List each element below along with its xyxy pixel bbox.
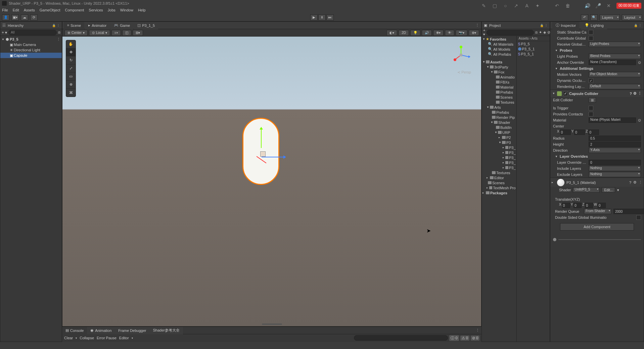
move-tool-icon[interactable]: ✥ [66,48,76,56]
layer-overrides-header[interactable]: Layer Overrides [560,154,588,158]
info-count-icon[interactable]: ⓘ 0 [449,335,459,341]
material-menu-icon[interactable]: ⋮ [639,180,642,185]
render-queue-dropdown[interactable]: From Shader [584,209,611,214]
trash-icon[interactable]: 🗑 [565,3,571,9]
folder-tmpro[interactable]: ▸TextMesh Pro [482,185,516,190]
text-icon[interactable]: A [524,3,530,9]
folder-prefabs[interactable]: Prefabs [482,90,516,95]
tab-framedebugger[interactable]: Frame Debugger [115,327,149,334]
direction-dropdown[interactable]: Y-Axis [589,148,641,153]
folder-fbxs[interactable]: FBXs [482,80,516,85]
warn-count-icon[interactable]: ⚠ 0 [460,336,469,341]
material-help-icon[interactable]: ? [629,181,631,185]
translate-x-field[interactable] [562,203,570,208]
camera-toggle-icon[interactable]: 📷▾ [456,30,467,36]
collider-enabled-checkbox[interactable]: ✓ [563,91,568,96]
tab-shaderref[interactable]: Shader参考大全 [149,327,183,334]
material-picker-icon[interactable]: ⊙ [638,118,641,122]
folder-arts-prefabs[interactable]: Prefabs [482,110,516,115]
rect-tool-icon[interactable]: ▭ [66,72,76,81]
project-add-icon[interactable]: + ▾ [483,28,485,37]
gizmo-y-axis[interactable] [261,128,262,148]
console-search[interactable] [354,335,448,341]
speaker-icon[interactable]: 🔊 [584,3,590,9]
folder-arts[interactable]: ▼Arts [482,105,516,110]
project-filter3-icon[interactable]: ◈ [543,30,546,35]
arrow-icon[interactable]: ↗ [513,3,519,9]
edit-collider-button[interactable]: ⊞ [589,97,596,103]
material-foldout[interactable]: ▸ [552,181,555,184]
pause-button[interactable]: ⏸ [318,14,326,20]
asset-p35-shader[interactable]: S P3_5 [517,41,550,46]
menu-component[interactable]: Component [65,8,84,12]
render-layer-dropdown[interactable]: Default [589,84,641,89]
preview-slider-track[interactable] [558,239,641,240]
audio-toggle-icon[interactable]: 🔊 [422,30,432,36]
hierarchy-search[interactable] [8,30,57,35]
fav-all-models[interactable]: 🔍All Models [482,47,516,52]
provides-contacts-checkbox[interactable] [589,112,593,116]
cube-dropdown-icon[interactable]: ▣▾ [11,14,19,20]
anchor-override-field[interactable]: None (Transform) [589,60,636,65]
circle-icon[interactable]: ○ [502,3,508,9]
menu-edit[interactable]: Edit [13,8,19,12]
center-y-field[interactable] [574,130,585,135]
step-button[interactable]: ⏭ [326,14,334,20]
contrib-global-checkbox[interactable] [589,36,593,41]
menu-gameobject[interactable]: GameObject [40,8,60,12]
hierarchy-item-light[interactable]: ☀ Directional Light [0,47,62,53]
layers-dropdown[interactable]: Layers [600,14,620,20]
menu-help[interactable]: Help [138,8,146,12]
tab-animation[interactable]: ◉Animation [87,327,115,334]
folder-shader[interactable]: ▼Shader [482,120,516,125]
tab-console[interactable]: ▤Console [62,327,87,334]
cloud-icon[interactable]: ☁ [21,14,28,20]
gizmo-x-axis[interactable] [262,157,285,157]
undo-toolbar-icon[interactable]: ↶ [581,14,588,20]
hierarchy-item-capsule[interactable]: ▣ Capsule [0,53,62,58]
folder-editor[interactable]: ▸Editor [482,175,516,180]
tab-animator[interactable]: ▸Animator [85,22,110,29]
material-preset-icon[interactable]: ⚙ [633,180,637,185]
translate-z-field[interactable] [585,203,593,208]
project-breadcrumb[interactable]: Assets › Arts [517,36,550,41]
collider-help-icon[interactable]: ? [630,92,632,96]
probes-header[interactable]: Probes [560,48,572,52]
menu-services[interactable]: Services [89,8,103,12]
gizmos-toggle-icon[interactable]: ⊕▾ [469,30,479,36]
exclude-layers-dropdown[interactable]: Nothing [589,172,641,177]
translate-w-field[interactable] [598,203,606,208]
folder-p2[interactable]: ▸P2 [482,135,516,140]
light-probes-dropdown[interactable]: Blend Probes [589,54,641,59]
transform-tool-icon[interactable]: ⊕ [66,81,76,89]
folder-p3[interactable]: ▼P3 [482,140,516,145]
menu-jobs[interactable]: Jobs [108,8,116,12]
fx-toggle-icon[interactable]: ❋▾ [433,30,444,36]
collider-menu-icon[interactable]: ⋮ [638,91,642,96]
error-count-icon[interactable]: ⊘ 0 [471,336,479,341]
scene-root[interactable]: ▼⬢ P3_5 ⋮ [0,37,62,42]
layout-dropdown[interactable]: Layout [622,14,642,20]
assets-folder[interactable]: ▼Assets [482,59,516,64]
scale-tool-icon[interactable]: ⤢ [66,64,76,72]
include-layers-dropdown[interactable]: Nothing [589,166,641,171]
perspective-label[interactable]: ≺ Persp [457,70,471,74]
grid-snap-icon[interactable]: ⌗▾ [111,30,121,36]
2d-toggle[interactable]: 2D [399,30,409,36]
inspector-lock-icon[interactable]: 🔒 ⋮ [634,24,642,27]
menu-window[interactable]: Window [120,8,133,12]
rotate-tool-icon[interactable]: ↻ [66,56,76,64]
project-lock-icon[interactable]: 🔒 ⋮ [540,24,548,27]
tab-inspector[interactable]: ⓘInspector [552,22,579,29]
capsule-gameobject[interactable] [242,118,279,185]
folder-textures[interactable]: Textures [482,100,516,105]
pivot-mode-dropdown[interactable]: ⊕Center▾ [64,30,88,36]
fav-all-prefabs[interactable]: 🔍All Prefabs [482,52,516,57]
static-shadow-checkbox[interactable] [589,30,593,35]
add-component-button[interactable]: Add Component [560,223,634,231]
radius-field[interactable] [589,136,641,141]
menu-assets[interactable]: Assets [24,8,35,12]
translate-y-field[interactable] [573,203,582,208]
motion-vectors-dropdown[interactable]: Per Object Motion [589,72,641,77]
error-pause-button[interactable]: Error Pause [97,336,117,340]
